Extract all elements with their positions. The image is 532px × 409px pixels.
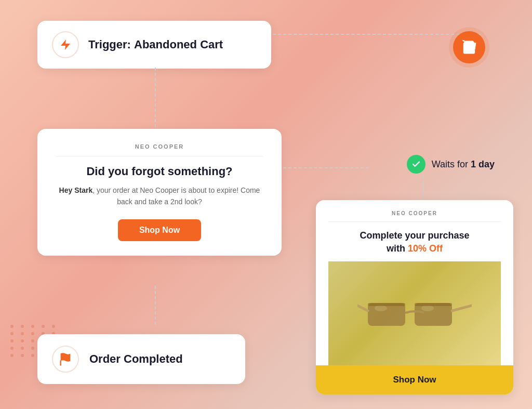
svg-rect-10 xyxy=(415,303,452,306)
headline-part1: Complete your purchase xyxy=(360,230,469,241)
svg-point-1 xyxy=(471,51,472,53)
product-image xyxy=(328,261,501,365)
email-headline-2: Complete your purchase with 10% Off xyxy=(328,229,501,255)
waits-text: Waits for 1 day xyxy=(432,159,495,170)
checkmark-icon xyxy=(411,160,421,169)
email-body-bold: Hey Stark xyxy=(59,186,93,194)
email-body-1: Hey Stark, your order at Neo Cooper is a… xyxy=(56,184,263,208)
connector-trigger-to-cart xyxy=(273,34,481,35)
connector-email1-to-waits xyxy=(283,167,369,168)
waits-value: 1 day xyxy=(471,159,495,169)
email-brand-2: NEO COOPER xyxy=(328,210,501,222)
email-brand-1: NEO COOPER xyxy=(56,143,263,156)
headline-part2: with xyxy=(387,243,408,254)
svg-rect-4 xyxy=(415,303,452,326)
svg-point-0 xyxy=(467,51,468,53)
waits-check-icon xyxy=(407,155,425,174)
email-card-1: NEO COOPER Did you forgot something? Hey… xyxy=(37,129,282,256)
waits-badge: Waits for 1 day xyxy=(407,155,495,174)
svg-rect-9 xyxy=(368,303,405,306)
cart-icon xyxy=(461,39,477,55)
waits-label: Waits for xyxy=(432,159,471,169)
svg-line-5 xyxy=(357,306,368,311)
canvas: Trigger: Abandoned Cart NEO COOPER Did y… xyxy=(0,0,532,409)
email-body-rest: , your order at Neo Cooper is about to e… xyxy=(92,186,260,206)
email-card-2-inner: NEO COOPER Complete your purchase with 1… xyxy=(316,200,513,365)
svg-rect-3 xyxy=(368,303,405,326)
connector-trigger-to-email xyxy=(155,68,156,127)
trigger-rest: Abandoned Cart xyxy=(134,38,223,51)
shop-now-button-1[interactable]: Shop Now xyxy=(118,219,201,241)
email-card-2: NEO COOPER Complete your purchase with 1… xyxy=(316,200,513,394)
cart-bubble xyxy=(453,31,485,63)
trigger-title: Trigger: Abandoned Cart xyxy=(88,38,223,51)
connector-waits-to-email2 xyxy=(423,176,424,203)
order-card: Order Completed xyxy=(37,334,245,384)
flag-icon xyxy=(58,352,73,366)
email-headline-1: Did you forgot something? xyxy=(56,165,263,178)
trigger-card: Trigger: Abandoned Cart xyxy=(37,21,271,69)
order-icon-wrap xyxy=(52,346,79,373)
svg-line-6 xyxy=(452,306,472,311)
connector-email1-to-order xyxy=(155,286,156,325)
trigger-bold: Trigger: xyxy=(88,38,131,51)
svg-marker-2 xyxy=(61,39,70,50)
trigger-icon-wrap xyxy=(52,31,79,58)
order-title: Order Completed xyxy=(89,352,183,366)
shop-now-button-2[interactable]: Shop Now xyxy=(316,365,513,394)
discount-text: 10% Off xyxy=(408,243,443,254)
bolt-icon xyxy=(59,38,72,51)
sunglasses-svg xyxy=(357,287,472,339)
